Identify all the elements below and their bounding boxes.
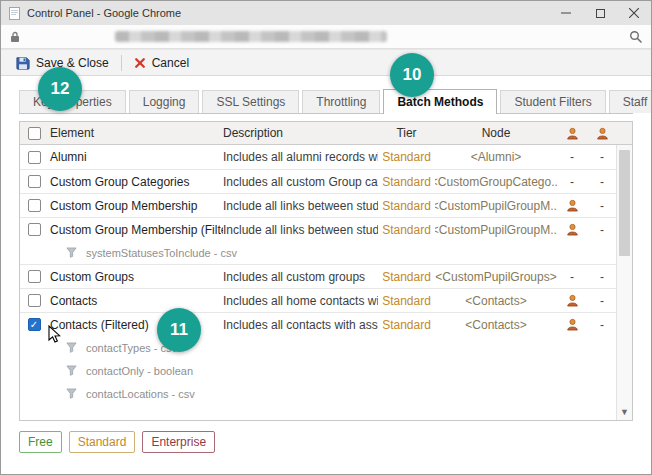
cancel-label: Cancel <box>152 56 189 70</box>
empty-flag: - <box>557 265 587 288</box>
checkbox-cell <box>20 194 48 217</box>
filter-icon <box>66 247 77 258</box>
zoom-icon[interactable] <box>629 30 642 43</box>
node-value: <CustomPupilGroupM... <box>435 194 557 217</box>
save-close-label: Save & Close <box>36 56 109 70</box>
empty-flag: - <box>587 265 617 288</box>
close-button[interactable] <box>617 1 651 25</box>
table-row[interactable]: ✓Contacts (Filtered)Includes all contact… <box>20 312 632 336</box>
element-name: Contacts <box>48 289 223 312</box>
person-icon <box>557 289 587 312</box>
table-row[interactable]: AlumniIncludes all alumni records with a… <box>20 145 632 169</box>
person-icon <box>557 313 587 336</box>
person-icon <box>557 218 587 241</box>
parameter-row: contactLocations - csv <box>20 382 632 405</box>
maximize-button[interactable] <box>583 1 617 25</box>
annotation-badge-12: 12 <box>38 67 82 111</box>
element-name: Custom Group Membership <box>48 194 223 217</box>
parameter-label: contactOnly - boolean <box>86 365 193 377</box>
row-checkbox[interactable] <box>28 270 41 283</box>
select-all-checkbox[interactable] <box>28 127 41 140</box>
tab-throttling[interactable]: Throttling <box>302 90 380 113</box>
row-checkbox[interactable] <box>28 199 41 212</box>
tab-ssl-settings[interactable]: SSL Settings <box>202 90 299 113</box>
empty-flag: - <box>587 145 617 169</box>
tab-student-filters[interactable]: Student Filters <box>500 90 605 113</box>
tier-legend: FreeStandardEnterprise <box>19 431 633 453</box>
table-row[interactable]: Custom Group CategoriesIncludes all cust… <box>20 169 632 193</box>
node-value: <Alumni> <box>435 145 557 169</box>
scroll-down-arrow[interactable]: ▼ <box>617 408 632 417</box>
empty-flag: - <box>587 170 617 193</box>
node-value: <Contacts> <box>435 289 557 312</box>
element-description: Includes all custom groups <box>223 265 378 288</box>
row-checkbox[interactable] <box>28 223 41 236</box>
table-row[interactable]: Custom Group MembershipInclude all links… <box>20 193 632 217</box>
table-body: AlumniIncludes all alumni records with a… <box>20 145 632 405</box>
checkbox-cell <box>20 218 48 241</box>
table-row[interactable]: ContactsIncludes all home contacts with … <box>20 288 632 312</box>
node-value: <CustomGroupCatego... <box>435 170 557 193</box>
legend-standard[interactable]: Standard <box>69 431 136 453</box>
header-person-icon-1 <box>557 122 587 144</box>
cancel-icon <box>134 57 146 69</box>
cancel-button[interactable]: Cancel <box>125 53 198 73</box>
parameter-row: contactTypes - csv <box>20 336 632 359</box>
tier-value: Standard <box>378 145 435 169</box>
legend-free[interactable]: Free <box>19 431 62 453</box>
table-row[interactable]: Custom GroupsIncludes all custom groupsS… <box>20 264 632 288</box>
tier-value: Standard <box>378 289 435 312</box>
tab-logging[interactable]: Logging <box>129 90 200 113</box>
annotation-badge-10: 10 <box>390 53 434 97</box>
dialog-toolbar: Save & Close Cancel <box>1 49 651 76</box>
element-name: Custom Groups <box>48 265 223 288</box>
parameter-row: contactOnly - boolean <box>20 359 632 382</box>
tab-staff-filters[interactable]: Staff Filters <box>609 90 652 113</box>
node-value: <CustomPupilGroupM... <box>435 218 557 241</box>
header-tier[interactable]: Tier <box>378 122 435 144</box>
row-checkbox[interactable] <box>28 151 41 164</box>
parameter-label: contactLocations - csv <box>86 388 195 400</box>
filter-icon <box>66 365 77 376</box>
row-checkbox[interactable] <box>28 294 41 307</box>
table-header: Element Description Tier Node <box>20 122 632 145</box>
row-checkbox[interactable] <box>28 175 41 188</box>
element-description: Include all links between students... <box>223 194 378 217</box>
row-checkbox[interactable]: ✓ <box>28 318 41 331</box>
empty-flag: - <box>587 289 617 312</box>
checkbox-cell <box>20 289 48 312</box>
legend-enterprise[interactable]: Enterprise <box>142 431 215 453</box>
parameter-label: systemStatusesToInclude - csv <box>86 247 237 259</box>
title-bar: Control Panel - Google Chrome <box>1 1 651 25</box>
redacted-url <box>115 31 387 42</box>
empty-flag: - <box>587 313 617 336</box>
mouse-cursor <box>48 325 63 348</box>
page-icon <box>9 7 20 20</box>
address-bar <box>1 25 651 49</box>
element-name: Custom Group Categories <box>48 170 223 193</box>
window-title: Control Panel - Google Chrome <box>27 7 181 19</box>
element-description: Includes all contacts with associa... <box>223 313 378 336</box>
header-person-icon-2 <box>587 122 617 144</box>
vertical-scrollbar[interactable]: ▼ <box>616 145 632 420</box>
tier-value: Standard <box>378 313 435 336</box>
header-description[interactable]: Description <box>223 122 378 144</box>
tier-value: Standard <box>378 265 435 288</box>
header-element[interactable]: Element <box>48 122 223 144</box>
toolbar-separator <box>121 55 122 71</box>
node-value: <CustomPupilGroups> <box>435 265 557 288</box>
save-icon <box>16 56 30 70</box>
table-row[interactable]: Custom Group Membership (Filte...Include… <box>20 217 632 241</box>
scrollbar-thumb[interactable] <box>619 150 630 256</box>
tab-strip: Key PropertiesLoggingSSL SettingsThrottl… <box>19 89 633 114</box>
lock-icon[interactable] <box>10 31 20 43</box>
element-description: Includes all home contacts with a... <box>223 289 378 312</box>
node-value: <Contacts> <box>435 313 557 336</box>
element-description: Include all links between students... <box>223 218 378 241</box>
person-icon <box>557 194 587 217</box>
empty-flag: - <box>587 218 617 241</box>
batch-methods-table: Element Description Tier Node AlumniIncl… <box>19 121 633 421</box>
minimize-button[interactable] <box>549 1 583 25</box>
element-description: Includes all alumni records with a... <box>223 145 378 169</box>
header-node[interactable]: Node <box>435 122 557 144</box>
